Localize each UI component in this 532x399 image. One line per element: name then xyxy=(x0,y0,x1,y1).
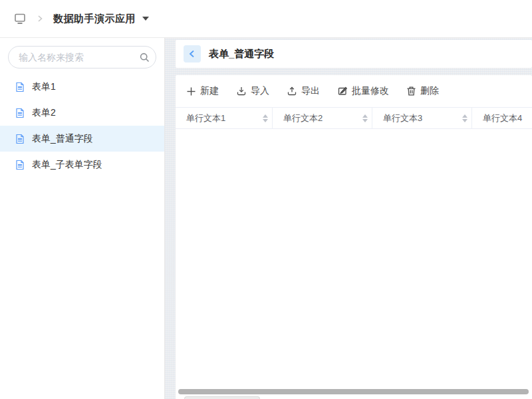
document-icon xyxy=(15,108,25,118)
sidebar-item-form1[interactable]: 表单1 xyxy=(0,74,164,100)
sort-icon[interactable] xyxy=(462,114,467,122)
monitor-icon[interactable] xyxy=(13,12,27,25)
sidebar-item-label: 表单_普通字段 xyxy=(32,133,93,145)
sidebar-item-form-normal-fields[interactable]: 表单_普通字段 xyxy=(0,126,164,152)
delete-button[interactable]: 删除 xyxy=(406,85,439,97)
sidebar-item-label: 表单1 xyxy=(32,81,56,93)
search-icon[interactable] xyxy=(139,52,150,63)
back-button[interactable] xyxy=(184,45,201,63)
edit-icon xyxy=(337,86,348,96)
table-card: 新建 导入 xyxy=(176,75,532,399)
horizontal-scrollbar[interactable] xyxy=(178,389,529,394)
toolbar: 新建 导入 xyxy=(176,75,532,107)
top-header: 数据助手演示应用 xyxy=(0,0,532,38)
sidebar-item-form2[interactable]: 表单2 xyxy=(0,100,164,126)
trash-icon xyxy=(406,86,416,96)
table-body-empty xyxy=(176,129,532,399)
export-button[interactable]: 导出 xyxy=(287,85,320,97)
column-header-1: 单行文本1 xyxy=(176,108,273,128)
import-icon xyxy=(236,86,247,96)
column-header-3: 单行文本3 xyxy=(372,108,472,128)
sidebar-item-form-subform-fields[interactable]: 表单_子表单字段 xyxy=(0,152,164,178)
chevron-down-icon xyxy=(142,17,149,21)
search-box xyxy=(8,46,156,68)
page-title: 表单_普通字段 xyxy=(209,48,274,61)
batch-edit-button[interactable]: 批量修改 xyxy=(337,85,389,97)
column-header-4: 单行文本4 xyxy=(472,108,532,128)
app-switcher[interactable]: 数据助手演示应用 xyxy=(53,13,149,25)
sidebar: 表单1 表单2 xyxy=(0,38,165,399)
breadcrumb-separator-icon xyxy=(36,15,44,23)
column-header-2: 单行文本2 xyxy=(273,108,372,128)
export-icon xyxy=(287,86,297,96)
sort-icon[interactable] xyxy=(362,114,368,122)
title-bar: 表单_普通字段 xyxy=(176,40,532,68)
document-icon xyxy=(15,160,25,170)
form-list: 表单1 表单2 xyxy=(0,74,164,178)
search-input[interactable] xyxy=(19,52,139,63)
sort-icon[interactable] xyxy=(263,114,268,122)
document-icon xyxy=(15,134,25,144)
table-header-row: 单行文本1 单行文本2 单行文本3 xyxy=(176,107,532,129)
document-icon xyxy=(15,82,25,92)
plus-icon xyxy=(186,86,196,96)
sidebar-item-label: 表单2 xyxy=(32,107,56,119)
sidebar-item-label: 表单_子表单字段 xyxy=(32,159,102,171)
main-area: 表单_普通字段 新建 xyxy=(165,38,532,399)
import-button[interactable]: 导入 xyxy=(236,85,269,97)
new-button[interactable]: 新建 xyxy=(186,85,219,97)
pagination-stub xyxy=(184,396,260,399)
app-title: 数据助手演示应用 xyxy=(53,13,136,25)
